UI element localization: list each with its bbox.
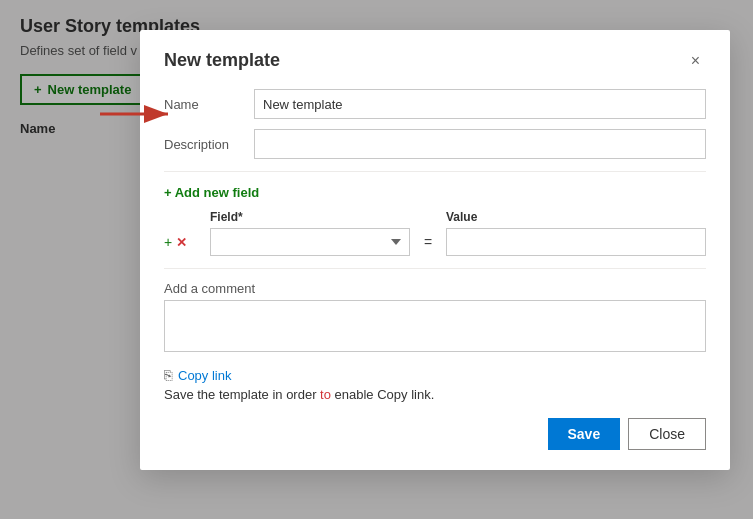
comment-label: Add a comment xyxy=(164,281,706,296)
modal-footer: Save Close xyxy=(164,418,706,450)
name-label: Name xyxy=(164,97,254,112)
modal-header: New template × xyxy=(164,50,706,71)
new-template-modal: New template × Name Description + Add ne… xyxy=(140,30,730,470)
add-field-label: + Add new field xyxy=(164,185,259,200)
divider-2 xyxy=(164,268,706,269)
description-input[interactable] xyxy=(254,129,706,159)
copy-link-row[interactable]: ⎘ Copy link xyxy=(164,367,706,383)
save-info: Save the template in order to enable Cop… xyxy=(164,387,706,402)
close-button[interactable]: Close xyxy=(628,418,706,450)
modal-title: New template xyxy=(164,50,280,71)
modal-close-button[interactable]: × xyxy=(685,51,706,71)
field-row: + ✕ = xyxy=(164,228,706,256)
save-info-highlight: to xyxy=(320,387,331,402)
add-new-field-button[interactable]: + Add new field xyxy=(164,185,259,200)
divider-1 xyxy=(164,171,706,172)
name-row: Name xyxy=(164,89,706,119)
field-dropdown[interactable] xyxy=(210,228,410,256)
save-button[interactable]: Save xyxy=(548,418,621,450)
field-column-headers: Field* Value xyxy=(210,210,706,224)
value-header: Value xyxy=(446,210,706,224)
field-header: Field* xyxy=(210,210,410,224)
field-remove-icon[interactable]: ✕ xyxy=(176,235,187,250)
field-value-input[interactable] xyxy=(446,228,706,256)
description-label: Description xyxy=(164,137,254,152)
copy-link-label: Copy link xyxy=(178,368,231,383)
name-input[interactable] xyxy=(254,89,706,119)
description-row: Description xyxy=(164,129,706,159)
comment-textarea[interactable] xyxy=(164,300,706,352)
equals-sign: = xyxy=(418,234,438,250)
copy-link-icon: ⎘ xyxy=(164,367,172,383)
field-row-icons: + ✕ xyxy=(164,234,202,250)
field-add-icon[interactable]: + xyxy=(164,234,172,250)
